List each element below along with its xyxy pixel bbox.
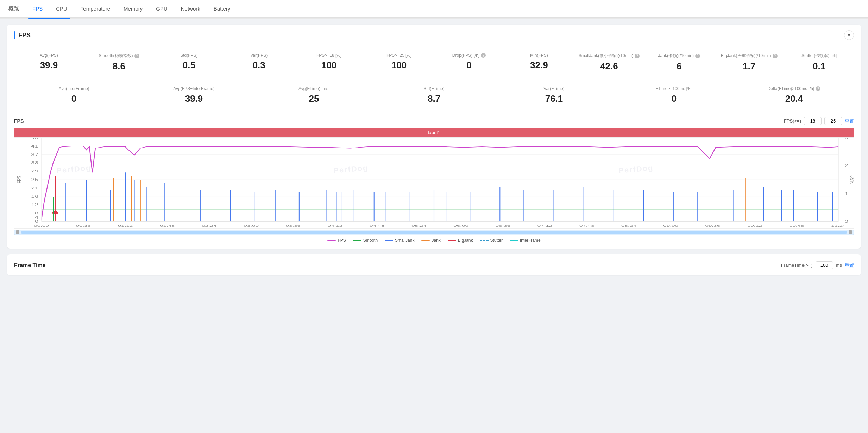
stat-min-fps-label: Min(FPS) — [508, 53, 570, 58]
svg-text:21: 21 — [31, 186, 38, 190]
stat-avg-ftime: Avg(FTime) [ms] 25 — [254, 83, 374, 107]
fps-threshold-input-1[interactable] — [804, 117, 822, 125]
stat-smooth-value: 8.6 — [88, 61, 150, 72]
drop-fps-help-icon[interactable]: ? — [481, 53, 486, 58]
stat-fps-gte-18: FPS>=18 [%] 100 — [294, 50, 364, 75]
frame-time-controls: FrameTime(>=) ms 重置 — [781, 261, 854, 269]
stat-avg-fps: Avg(FPS) 39.9 — [14, 50, 84, 75]
nav-item-gpu[interactable]: GPU — [155, 1, 169, 17]
stat-std-ftime: Std(FTime) 8.7 — [374, 83, 494, 107]
stat-std-fps: Std(FPS) 0.5 — [154, 50, 224, 75]
svg-text:Jank: Jank — [849, 176, 854, 184]
stat-ftime-gte-100-value: 0 — [618, 93, 730, 104]
legend-jank-line — [421, 240, 430, 241]
stat-avg-fps-interframe: Avg(FPS+InterFrame) 39.9 — [134, 83, 254, 107]
fps-chart-scrollbar[interactable] — [14, 230, 854, 235]
big-jank-help-icon[interactable]: ? — [773, 54, 778, 58]
svg-text:45: 45 — [31, 138, 38, 140]
scrollbar-track[interactable] — [21, 231, 847, 234]
stat-small-jank: SmallJank(微小卡顿)(/10min) ? 42.6 — [574, 50, 644, 75]
delta-ftime-help-icon[interactable]: ? — [816, 86, 820, 91]
jank-help-icon[interactable]: ? — [695, 54, 700, 58]
svg-text:06:36: 06:36 — [496, 224, 511, 227]
svg-text:FPS: FPS — [15, 176, 23, 183]
fps-chart-section: FPS FPS(>=) 重置 label1 PerfDog PerfDog Pe… — [14, 117, 854, 243]
stat-var-fps: Var(FPS) 0.3 — [224, 50, 294, 75]
small-jank-help-icon[interactable]: ? — [635, 54, 640, 58]
scrollbar-left-handle[interactable] — [16, 230, 19, 234]
stat-fps-gte-18-label: FPS>=18 [%] — [298, 53, 360, 58]
fps-title-bar: FPS — [14, 31, 31, 39]
legend-jank: Jank — [421, 238, 440, 243]
svg-text:0: 0 — [844, 219, 848, 224]
fps-chart-svg-wrapper[interactable]: PerfDog PerfDog PerfDog — [14, 137, 854, 229]
frame-time-threshold-input[interactable] — [816, 261, 833, 269]
svg-text:16: 16 — [31, 194, 38, 199]
svg-text:09:00: 09:00 — [663, 224, 678, 227]
svg-text:3: 3 — [844, 138, 848, 140]
fps-chart-header: FPS FPS(>=) 重置 — [14, 117, 854, 125]
fps-chart-title: FPS — [14, 118, 24, 124]
legend-stutter-line — [480, 240, 489, 241]
stat-drop-fps: Drop(FPS) [/h] ? 0 — [434, 50, 504, 75]
fps-threshold-input-2[interactable] — [824, 117, 842, 125]
nav-item-fps[interactable]: FPS — [31, 1, 44, 17]
main-content: FPS ▾ Avg(FPS) 39.9 Smooth(稳帧指数) ? 8.6 S… — [0, 19, 868, 433]
fps-section-title: FPS — [18, 32, 31, 39]
stat-avg-ftime-label: Avg(FTime) [ms] — [258, 86, 370, 91]
frame-time-header: Frame Time FrameTime(>=) ms 重置 — [14, 261, 854, 269]
legend-smalljank-label: SmallJank — [395, 238, 414, 243]
stat-delta-ftime-value: 20.4 — [738, 93, 850, 104]
legend-fps: FPS — [327, 238, 346, 243]
stat-smooth-label: Smooth(稳帧指数) ? — [88, 53, 150, 59]
svg-text:01:48: 01:48 — [160, 224, 175, 227]
stat-min-fps: Min(FPS) 32.9 — [504, 50, 574, 75]
stat-avg-interframe: Avg(InterFrame) 0 — [14, 83, 134, 107]
stat-delta-ftime: Delta(FTime)>100ms [/h] ? 20.4 — [734, 83, 854, 107]
svg-text:07:48: 07:48 — [579, 224, 595, 227]
legend-fps-label: FPS — [338, 238, 346, 243]
stat-drop-fps-value: 0 — [439, 60, 500, 71]
legend-smooth-line — [353, 240, 361, 241]
legend-bigjank-label: BigJank — [458, 238, 473, 243]
legend-interframe-label: InterFrame — [520, 238, 541, 243]
stat-avg-ftime-value: 25 — [258, 93, 370, 104]
fps-threshold-reset-button[interactable]: 重置 — [845, 118, 854, 124]
svg-text:4: 4 — [35, 215, 39, 219]
svg-text:08:24: 08:24 — [621, 224, 636, 227]
fps-stats-row-2: Avg(InterFrame) 0 Avg(FPS+InterFrame) 39… — [14, 79, 854, 111]
nav-item-network[interactable]: Network — [180, 1, 202, 17]
fps-chart-svg: 45 41 37 33 29 25 21 16 12 8 4 0 FPS — [14, 138, 854, 228]
scrollbar-right-handle[interactable] — [849, 230, 852, 234]
smooth-help-icon[interactable]: ? — [134, 54, 139, 58]
nav-item-cpu[interactable]: CPU — [55, 1, 69, 17]
svg-text:02:24: 02:24 — [202, 224, 217, 227]
stat-std-ftime-label: Std(FTime) — [378, 86, 490, 91]
stat-fps-gte-18-value: 100 — [298, 60, 360, 71]
fps-threshold-label: FPS(>=) — [784, 118, 801, 124]
stat-big-jank-label: BigJank(严重卡顿)(/10min) ? — [718, 53, 780, 59]
stat-delta-ftime-label: Delta(FTime)>100ms [/h] ? — [738, 86, 850, 91]
stat-stutter-label: Stutter(卡顿率) [%] — [788, 53, 850, 59]
legend-smalljank-line — [385, 240, 393, 241]
stat-avg-fps-interframe-label: Avg(FPS+InterFrame) — [138, 86, 250, 91]
stat-avg-fps-interframe-value: 39.9 — [138, 93, 250, 104]
stat-var-ftime: Var(FTime) 76.1 — [494, 83, 614, 107]
fps-collapse-button[interactable]: ▾ — [844, 30, 854, 40]
legend-stutter: Stutter — [480, 238, 503, 243]
svg-text:1: 1 — [844, 192, 848, 196]
nav-item-battery[interactable]: Battery — [212, 1, 232, 17]
stat-ftime-gte-100-label: FTime>=100ms [%] — [618, 86, 730, 91]
nav-item-memory[interactable]: Memory — [122, 1, 144, 17]
fps-title-accent — [14, 31, 15, 39]
svg-text:41: 41 — [31, 144, 38, 148]
stat-min-fps-value: 32.9 — [508, 60, 570, 71]
stat-smooth: Smooth(稳帧指数) ? 8.6 — [84, 50, 154, 75]
nav-item-temperature[interactable]: Temperature — [79, 1, 112, 17]
stat-var-ftime-label: Var(FTime) — [498, 86, 610, 91]
frame-time-reset-button[interactable]: 重置 — [845, 262, 854, 269]
stat-avg-fps-label: Avg(FPS) — [18, 53, 80, 58]
nav-item-overview[interactable]: 概览 — [7, 0, 20, 18]
svg-text:03:00: 03:00 — [244, 224, 259, 227]
svg-text:03:36: 03:36 — [286, 224, 301, 227]
